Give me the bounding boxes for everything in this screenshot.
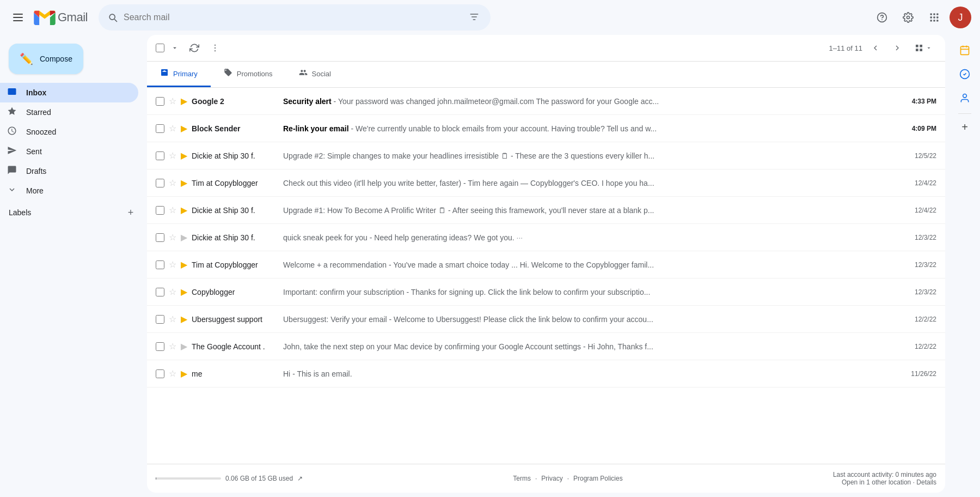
right-sidebar-tasks-button[interactable] <box>954 63 976 85</box>
search-input[interactable] <box>124 13 461 22</box>
gmail-logo: Gmail <box>34 10 88 25</box>
storage-link-button[interactable]: ↗ <box>297 475 303 482</box>
search-filter-button[interactable] <box>467 9 482 26</box>
email-checkbox[interactable] <box>156 233 164 242</box>
next-page-button[interactable] <box>889 39 906 57</box>
star-button[interactable]: ☆ <box>169 341 176 351</box>
importance-button[interactable]: ▶ <box>181 287 187 297</box>
sidebar-item-inbox[interactable]: Inbox <box>0 83 138 102</box>
star-button[interactable]: ☆ <box>169 178 176 188</box>
email-checkbox[interactable] <box>156 288 164 296</box>
social-tab-icon <box>299 68 308 79</box>
tab-social[interactable]: Social <box>286 62 344 87</box>
sidebar-item-drafts[interactable]: Drafts <box>0 161 138 181</box>
email-subject: Re-link your email <box>283 124 349 133</box>
email-row[interactable]: ☆ ▶ Tim at Copyblogger Check out this vi… <box>147 169 945 197</box>
star-button[interactable]: ☆ <box>169 123 176 134</box>
avatar[interactable]: J <box>950 7 971 28</box>
program-policies-link[interactable]: Program Policies <box>573 475 623 482</box>
email-checkbox[interactable] <box>156 151 164 160</box>
help-button[interactable] <box>871 7 893 28</box>
toolbar-left <box>156 40 224 56</box>
more-options-button[interactable] <box>206 40 224 56</box>
right-sidebar-add-button[interactable]: + <box>956 118 973 136</box>
importance-button[interactable]: ▶ <box>181 341 187 351</box>
tab-promotions[interactable]: Promotions <box>211 62 286 87</box>
labels-title: Labels <box>9 208 31 217</box>
email-row[interactable]: ☆ ▶ The Google Account . John, take the … <box>147 333 945 360</box>
svg-rect-6 <box>930 16 932 18</box>
email-checkbox[interactable] <box>156 206 164 215</box>
prev-page-button[interactable] <box>867 39 884 57</box>
importance-button[interactable]: ▶ <box>181 96 187 106</box>
sidebar-item-label: Starred <box>26 108 51 117</box>
importance-button[interactable]: ▶ <box>181 232 187 243</box>
email-checkbox[interactable] <box>156 124 164 133</box>
importance-button[interactable]: ▶ <box>181 259 187 270</box>
settings-button[interactable] <box>897 7 919 28</box>
email-row[interactable]: ☆ ▶ Ubersuggest support Ubersuggest: Ver… <box>147 306 945 333</box>
email-row[interactable]: ☆ ▶ Google 2 Security alert - Your passw… <box>147 88 945 115</box>
star-button[interactable]: ☆ <box>169 96 176 106</box>
svg-rect-10 <box>933 20 935 21</box>
importance-button[interactable]: ▶ <box>181 368 187 379</box>
starred-icon <box>7 106 17 119</box>
star-button[interactable]: ☆ <box>169 259 176 270</box>
sidebar-item-starred[interactable]: Starred <box>0 102 138 122</box>
importance-button[interactable]: ▶ <box>181 178 187 188</box>
last-activity-text: Last account activity: 0 minutes ago <box>833 471 936 478</box>
terms-link[interactable]: Terms <box>513 475 531 482</box>
email-content: Hi - This is an email. <box>283 369 894 378</box>
email-row[interactable]: ☆ ▶ Dickie at Ship 30 f. Upgrade #2: Sim… <box>147 142 945 169</box>
email-checkbox[interactable] <box>156 179 164 187</box>
email-date: 12/4/22 <box>898 179 936 187</box>
email-checkbox[interactable] <box>156 342 164 351</box>
email-content: Security alert - Your password was chang… <box>283 97 894 106</box>
sidebar-item-sent[interactable]: Sent <box>0 142 138 161</box>
importance-button[interactable]: ▶ <box>181 314 187 324</box>
search-icon <box>107 12 118 23</box>
email-row[interactable]: ☆ ▶ me Hi - This is an email. 11/26/22 <box>147 360 945 387</box>
details-link[interactable]: Details <box>916 478 936 486</box>
privacy-link[interactable]: Privacy <box>541 475 562 482</box>
snoozed-icon <box>7 126 17 138</box>
star-button[interactable]: ☆ <box>169 287 176 297</box>
email-sender: Google 2 <box>192 97 279 106</box>
view-options-button[interactable] <box>910 41 936 54</box>
right-sidebar-contacts-button[interactable] <box>954 87 976 109</box>
select-dropdown-button[interactable] <box>167 41 183 55</box>
star-button[interactable]: ☆ <box>169 205 176 215</box>
email-checkbox[interactable] <box>156 260 164 269</box>
email-checkbox[interactable] <box>156 369 164 378</box>
drafts-icon <box>7 165 17 178</box>
email-checkbox[interactable] <box>156 97 164 106</box>
compose-button[interactable]: ✏️ Compose <box>9 44 83 74</box>
footer-links: Terms · Privacy · Program Policies <box>513 475 622 482</box>
email-checkbox[interactable] <box>156 315 164 324</box>
importance-button[interactable]: ▶ <box>181 123 187 134</box>
email-preview: - Tim here again — Copyblogger's CEO. I … <box>463 179 654 187</box>
menu-button[interactable] <box>9 9 27 26</box>
email-row[interactable]: ☆ ▶ Dickie at Ship 30 f. Upgrade #1: How… <box>147 197 945 224</box>
email-content: Re-link your email - We're currently una… <box>283 124 894 133</box>
star-button[interactable]: ☆ <box>169 232 176 243</box>
email-content: Welcome + a recommendation - You've made… <box>283 260 894 269</box>
importance-button[interactable]: ▶ <box>181 205 187 215</box>
email-row[interactable]: ☆ ▶ Tim at Copyblogger Welcome + a recom… <box>147 251 945 278</box>
email-row[interactable]: ☆ ▶ Copyblogger Important: confirm your … <box>147 278 945 306</box>
labels-add-button[interactable]: + <box>123 205 138 220</box>
sidebar-item-more[interactable]: More <box>0 181 138 201</box>
sidebar-item-snoozed[interactable]: Snoozed <box>0 122 138 142</box>
tab-primary[interactable]: Primary <box>147 62 211 87</box>
refresh-button[interactable] <box>185 40 204 56</box>
importance-button[interactable]: ▶ <box>181 150 187 161</box>
email-row[interactable]: ☆ ▶ Dickie at Ship 30 f. quick sneak pee… <box>147 224 945 251</box>
email-row[interactable]: ☆ ▶ Block Sender Re-link your email - We… <box>147 115 945 142</box>
star-button[interactable]: ☆ <box>169 150 176 161</box>
apps-button[interactable] <box>923 7 945 28</box>
right-sidebar-calendar-button[interactable] <box>954 39 976 61</box>
star-button[interactable]: ☆ <box>169 368 176 379</box>
select-all-checkbox[interactable] <box>156 44 164 52</box>
svg-rect-4 <box>933 14 935 15</box>
star-button[interactable]: ☆ <box>169 314 176 324</box>
